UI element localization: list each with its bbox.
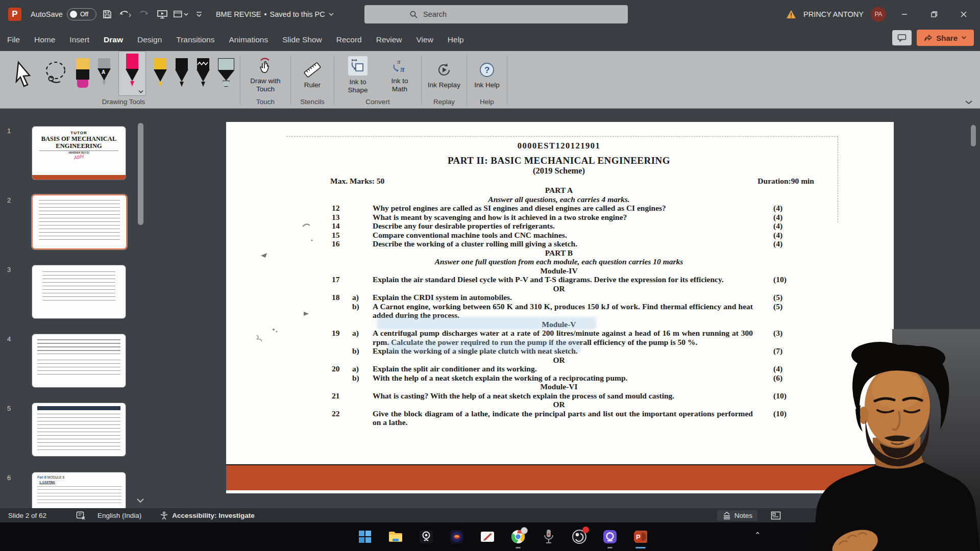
watermark <box>387 340 581 353</box>
obs-record-badge <box>582 527 589 533</box>
user-name[interactable]: PRINCY ANTONY <box>803 10 864 18</box>
powerpoint-app-icon[interactable]: P <box>8 8 21 21</box>
document-title[interactable]: BME REVISE • Saved to this PC <box>216 10 334 18</box>
taskbar-icon-meet-app[interactable] <box>449 529 464 544</box>
slide-canvas[interactable]: 0000EST120121901 PART II: BASIC MECHANIC… <box>226 122 894 493</box>
tab-view[interactable]: View <box>409 28 440 51</box>
quick-access-overflow-button[interactable] <box>191 7 207 22</box>
ink-to-shape-button[interactable]: Ink to Shape <box>339 56 376 94</box>
restore-button[interactable] <box>923 4 945 24</box>
pen-red-selected-tool[interactable] <box>118 51 146 96</box>
undo-button[interactable] <box>118 7 133 22</box>
ribbon-tabs: FileHomeInsertDrawDesignTransitionsAnima… <box>0 28 980 51</box>
draw-ribbon: A <box>0 51 980 109</box>
pen-black-tool[interactable] <box>175 58 189 92</box>
language-label: English (India) <box>97 512 141 519</box>
tab-insert[interactable]: Insert <box>62 28 96 51</box>
thumbnail-scroll-down-icon[interactable] <box>136 498 145 504</box>
share-button[interactable]: Share <box>917 30 974 46</box>
pen-yellow-tool[interactable] <box>153 58 167 92</box>
tab-home[interactable]: Home <box>27 28 62 51</box>
tab-design[interactable]: Design <box>130 28 169 51</box>
search-input[interactable]: Search <box>364 5 628 23</box>
accessibility-status[interactable]: Accessibility: Investigate <box>160 511 254 520</box>
exam-paper: 0000EST120121901 PART II: BASIC MECHANIC… <box>304 141 814 427</box>
autosave-control[interactable]: AutoSave Off <box>31 8 96 20</box>
question-number: 14 <box>332 221 352 231</box>
question-marks: (3) <box>773 329 782 346</box>
avatar[interactable]: PA <box>871 7 886 22</box>
select-tool[interactable] <box>12 60 36 90</box>
tab-review[interactable]: Review <box>369 28 409 51</box>
tab-slide-show[interactable]: Slide Show <box>275 28 329 51</box>
question-text: Explain the air standard Diesel cycle wi… <box>373 275 753 284</box>
notes-button[interactable]: Notes <box>717 510 757 521</box>
pen-options-chevron-icon[interactable] <box>138 90 144 94</box>
tab-record[interactable]: Record <box>329 28 369 51</box>
ink-help-button[interactable]: ? Ink Help <box>472 61 502 89</box>
normal-view-button[interactable] <box>771 511 781 520</box>
taskbar-icon-journal-app[interactable] <box>480 529 495 544</box>
tab-file[interactable]: File <box>0 28 27 51</box>
ruler-label: Ruler <box>304 81 321 89</box>
taskbar-icon-microphone-app[interactable] <box>541 529 556 544</box>
restore-icon <box>930 11 938 18</box>
document-name: BME REVISE <box>216 10 261 18</box>
ink-replay-button[interactable]: Ink Replay <box>427 61 461 89</box>
powerpoint-taskbar-icon: P <box>633 530 648 544</box>
pen-gray-tool[interactable]: A <box>97 58 111 92</box>
question-number: 21 <box>332 391 352 400</box>
taskbar-icon-camera-purple[interactable] <box>602 529 618 544</box>
eraser-tool[interactable] <box>76 58 90 92</box>
redo-button[interactable] <box>136 7 152 22</box>
slide-thumbnail-4[interactable] <box>32 334 126 388</box>
ink-to-math-button[interactable]: ππ Ink to Math <box>383 57 416 93</box>
bullet-separator: • <box>264 10 267 18</box>
close-button[interactable] <box>952 4 975 24</box>
language-indicator[interactable]: English (India) <box>97 512 141 519</box>
warning-icon[interactable] <box>786 9 796 19</box>
start-slideshow-button[interactable] <box>155 7 170 22</box>
question-text: Explain the CRDI system in automobiles. <box>373 293 753 302</box>
draw-with-touch-button[interactable]: Draw with Touch <box>246 57 285 93</box>
pen-texture-tool[interactable] <box>196 58 210 92</box>
taskbar-icon-file-explorer[interactable] <box>388 529 403 544</box>
taskbar-icon-camera-app[interactable] <box>419 529 434 544</box>
tab-draw[interactable]: Draw <box>96 28 130 51</box>
show-hidden-icons-chevron[interactable]: ⌃ <box>754 531 761 540</box>
canvas-scrollbar[interactable] <box>971 125 976 146</box>
highlighter-tool[interactable] <box>217 58 235 92</box>
minimize-button[interactable] <box>893 4 916 24</box>
question-number: 13 <box>332 213 352 222</box>
slide-thumbnail-1[interactable]: TUTOR BASIS OF MECHANICAL ENGINEERING AB… <box>32 126 126 180</box>
taskbar-icon-chrome[interactable] <box>510 529 526 544</box>
tab-animations[interactable]: Animations <box>222 28 276 51</box>
taskbar-icon-start[interactable] <box>357 529 373 544</box>
slide-thumbnail-2-selected[interactable] <box>32 194 127 249</box>
slide-thumbnail-5[interactable] <box>32 403 126 457</box>
question-subletter: a) <box>352 329 373 346</box>
slide1-title: BASIS OF MECHANICAL ENGINEERING <box>32 136 126 149</box>
watermark <box>377 317 596 330</box>
slide-thumbnail-3[interactable] <box>32 265 126 319</box>
tab-transitions[interactable]: Transitions <box>169 28 222 51</box>
new-slide-button[interactable] <box>173 7 188 22</box>
slide-thumbnail-6[interactable]: Part B MODULE 6 1. CASTING <box>32 472 126 509</box>
question-marks: (4) <box>773 364 782 373</box>
tab-help[interactable]: Help <box>440 28 471 51</box>
question-subletter <box>352 231 373 240</box>
autosave-toggle[interactable]: Off <box>67 8 96 20</box>
save-button[interactable] <box>100 7 115 22</box>
lasso-select-tool[interactable] <box>43 59 68 91</box>
question-text: What is casting? With the help of a neat… <box>373 391 753 400</box>
thumbnail-scrollbar[interactable] <box>138 123 143 225</box>
question-row: 20a)Explain the split air conditioner an… <box>304 364 814 373</box>
collapse-ribbon-button[interactable] <box>965 100 973 105</box>
ruler-button[interactable]: Ruler <box>296 61 329 89</box>
taskbar-icon-obs-studio[interactable] <box>572 529 587 544</box>
taskbar-icon-powerpoint[interactable]: P <box>633 529 648 544</box>
purple-camera-icon <box>603 530 617 544</box>
comments-button[interactable] <box>892 30 912 45</box>
section-heading: OR <box>304 284 814 293</box>
spellcheck-button[interactable] <box>76 511 86 520</box>
